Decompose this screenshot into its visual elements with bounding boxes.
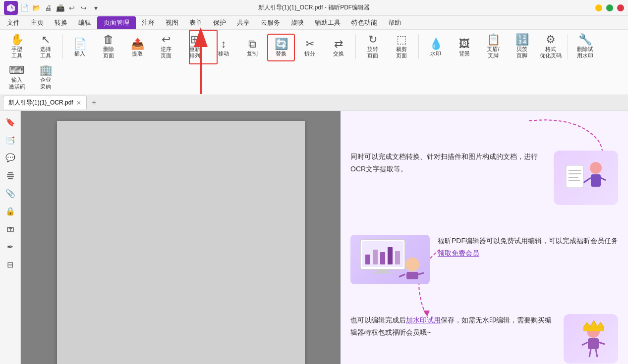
spacer-2 <box>350 299 618 314</box>
watermark-link[interactable]: 加水印试用 <box>406 316 441 324</box>
scan-icon[interactable]: 📠 <box>56 3 64 12</box>
svg-line-13 <box>601 178 606 180</box>
tool-background[interactable]: 🖼 背景 <box>451 34 478 61</box>
menu-tools[interactable]: 辅助工具 <box>310 16 345 29</box>
member-text-before: 福昕PDF编辑器可以免费试用编辑，可以完成福昕会员任务 <box>438 237 618 245</box>
svg-line-37 <box>596 349 597 357</box>
menu-home[interactable]: 主页 <box>26 16 49 29</box>
section-watermark: 也可以编辑完成后加水印试用保存，如需无水印编辑，需要购买编辑器特权包或福昕会员哦… <box>350 314 618 364</box>
tool-watermark-label: 水印 <box>430 51 441 57</box>
menu-view[interactable]: 视图 <box>161 16 183 29</box>
tool-hand[interactable]: ✋ 手型工具 <box>3 32 31 61</box>
minimize-button[interactable] <box>595 4 602 11</box>
close-button[interactable] <box>617 4 624 11</box>
tool-delete[interactable]: 🗑 删除页面 <box>95 32 122 61</box>
tool-removewm[interactable]: 🔧 删除试用水印 <box>571 32 599 61</box>
menu-form[interactable]: 表单 <box>184 16 207 29</box>
member-description: 福昕PDF编辑器可以免费试用编辑，可以完成福昕会员任务领取免费会员 <box>438 235 618 260</box>
input-icon: ⌨ <box>9 65 25 76</box>
tool-hand-label: 手型工具 <box>11 46 22 59</box>
tool-insert[interactable]: 📄 插入 <box>66 34 94 61</box>
replace-icon: 🔄 <box>275 39 288 50</box>
tool-background-label: 背景 <box>459 51 470 57</box>
sidebar-attachments[interactable]: 📎 <box>3 186 18 201</box>
tool-copy[interactable]: ⧉ 复制 <box>238 34 266 61</box>
sidebar-security[interactable]: 🔒 <box>3 204 18 219</box>
tool-rotate[interactable]: ↻ 旋转页面 <box>359 32 387 61</box>
pdf-container[interactable] <box>21 111 341 364</box>
menu-protect[interactable]: 保护 <box>208 16 231 29</box>
open-icon[interactable]: 📂 <box>32 3 41 12</box>
redo-icon[interactable]: ↪ <box>79 3 88 12</box>
title-bar: 📄 📂 🖨 📠 ↩ ↪ ▾ 新人引导(1)(1)_OCR.pdf - 福昕PDF… <box>0 0 628 16</box>
sidebar-more[interactable]: ⊟ <box>3 258 18 272</box>
tool-input[interactable]: ⌨ 输入激活码 <box>3 62 31 92</box>
tool-removewm-label: 删除试用水印 <box>577 46 593 59</box>
svg-rect-27 <box>373 272 393 273</box>
sidebar-pages[interactable]: 📑 <box>3 133 18 148</box>
section-ocr: 同时可以完成文档转换、针对扫描件和图片构成的文档，进行OCR文字提取等。 <box>350 151 618 205</box>
tool-copy-label: 复制 <box>247 51 258 57</box>
delete-icon: 🗑 <box>103 34 114 45</box>
new-tab-button[interactable]: + <box>89 97 100 108</box>
hand-icon: ✋ <box>10 34 24 45</box>
move-icon: ↕ <box>221 39 227 50</box>
sidebar-signature[interactable]: ✒ <box>3 240 18 255</box>
menu-view2[interactable]: 旋映 <box>286 16 309 29</box>
watermark-icon: 💧 <box>429 39 443 50</box>
menu-share[interactable]: 共享 <box>232 16 255 29</box>
svg-line-12 <box>583 178 591 183</box>
menu-page-manage[interactable]: 页面管理 <box>97 16 136 29</box>
tool-optimize[interactable]: ⚙ 格式优化页码 <box>537 32 565 61</box>
sidebar-export[interactable] <box>3 222 18 237</box>
doc-tab-active[interactable]: 新人引导(1)(1)_OCR.pdf ✕ <box>3 96 87 109</box>
tool-input-label: 输入激活码 <box>9 77 25 90</box>
crop-icon: ⬚ <box>397 34 407 45</box>
tool-reverse[interactable]: ↩ 逆序页面 <box>152 32 180 61</box>
menu-help[interactable]: 帮助 <box>383 16 406 29</box>
section-member: 福昕PDF编辑器可以免费试用编辑，可以完成福昕会员任务领取免费会员 <box>350 235 618 284</box>
menu-cloud[interactable]: 云服务 <box>256 16 285 29</box>
tool-replace[interactable]: 🔄 替换 <box>267 34 295 61</box>
member-link[interactable]: 领取免费会员 <box>438 249 479 257</box>
reorder-icon: ⊞ <box>190 34 199 45</box>
dropdown-icon[interactable]: ▾ <box>91 3 100 12</box>
sidebar-layers[interactable] <box>3 168 18 183</box>
menu-file[interactable]: 文件 <box>2 16 25 29</box>
tool-header[interactable]: 📋 页眉/页脚 <box>479 32 507 61</box>
tool-extract[interactable]: 📤 提取 <box>123 34 151 61</box>
tool-select[interactable]: ↖ 选择工具 <box>32 32 59 61</box>
tool-bates[interactable]: 🔢 贝茨页脚 <box>508 32 536 61</box>
tab-close-button[interactable]: ✕ <box>76 100 81 106</box>
sidebar-bookmark[interactable]: 🔖 <box>3 115 18 130</box>
divider-3 <box>418 34 419 59</box>
reverse-icon: ↩ <box>162 34 171 45</box>
menu-special[interactable]: 特色功能 <box>346 16 382 29</box>
menu-annotate[interactable]: 注释 <box>137 16 160 29</box>
tool-rotate-label: 旋转页面 <box>367 46 378 59</box>
tool-watermark[interactable]: 💧 水印 <box>422 34 450 61</box>
sidebar-comments[interactable]: 💬 <box>3 151 18 165</box>
print-icon[interactable]: 🖨 <box>44 3 53 12</box>
section-ocr-text: 同时可以完成文档转换、针对扫描件和图片构成的文档，进行OCR文字提取等。 <box>350 151 546 175</box>
copy-icon: ⧉ <box>248 39 256 50</box>
rotate-icon: ↻ <box>368 34 377 45</box>
new-icon[interactable]: 📄 <box>20 3 29 12</box>
tool-reorder[interactable]: ⊞ 重新排列 <box>181 32 209 61</box>
undo-icon[interactable]: ↩ <box>67 3 76 12</box>
tool-move[interactable]: ↕ 移动 <box>210 34 237 61</box>
menu-convert[interactable]: 转换 <box>50 16 72 29</box>
tool-crop[interactable]: ⬚ 裁剪页面 <box>388 32 415 61</box>
svg-line-35 <box>599 342 605 344</box>
divider-1 <box>62 34 63 59</box>
menu-edit[interactable]: 编辑 <box>73 16 96 29</box>
watermark-text-before: 也可以编辑完成后 <box>350 316 406 324</box>
tool-enterprise[interactable]: 🏢 企业采购 <box>32 62 59 92</box>
divider-4 <box>568 34 568 59</box>
tool-exchange[interactable]: ⇄ 交换 <box>325 34 352 61</box>
tool-split[interactable]: ✂ 拆分 <box>296 34 324 61</box>
removewm-icon: 🔧 <box>578 34 592 45</box>
title-text: 新人引导(1)(1)_OCR.pdf - 福昕PDF编辑器 <box>258 3 370 12</box>
maximize-button[interactable] <box>606 4 613 11</box>
svg-rect-29 <box>406 272 418 279</box>
